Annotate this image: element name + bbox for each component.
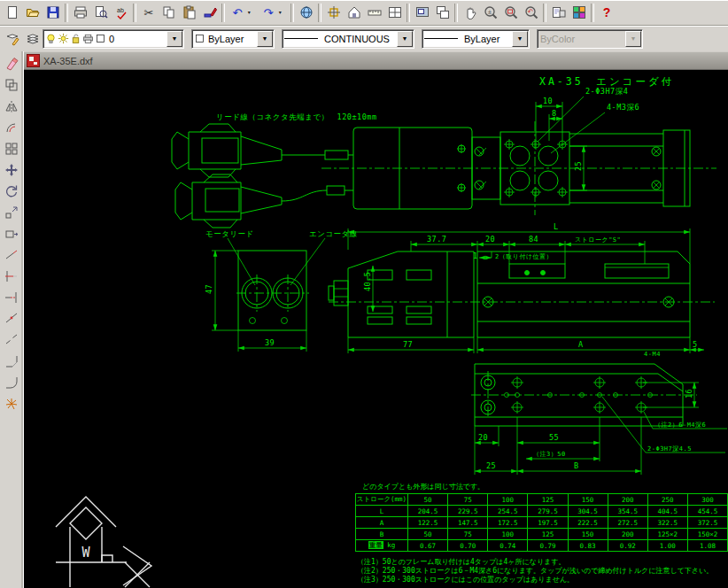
break-button[interactable] [2,329,22,350]
match-properties-icon [203,5,217,19]
table-value: 404.5 [647,506,687,517]
table-value: 254.5 [488,506,528,517]
dim-8: 8 [552,109,557,118]
chamfer-button[interactable] [2,351,22,371]
stroke-spec-table: ストローク(mm)5075100125150200250300L204.5229… [355,493,728,552]
layer-color-swatch [95,33,106,44]
linetype-combo-value: CONTINUOUS [321,34,396,44]
lengthen-button[interactable] [2,244,22,265]
help-button[interactable]: ? [596,3,616,23]
cut-button[interactable]: ✂ [138,3,159,23]
layer-lock-icon [70,33,81,44]
aerial-view-button[interactable] [412,3,432,23]
erase-button[interactable] [2,53,22,74]
toolbar-separator [65,4,68,22]
named-views-button[interactable] [344,3,364,23]
save-button[interactable] [43,3,63,23]
lineweight-combo-arrow-icon[interactable]: ▼ [512,31,528,47]
table-value: 0.70 [448,540,488,552]
make-object-layer-current-button[interactable] [2,28,22,49]
drawing-canvas[interactable]: XA-35 エンコーダ付 リード線（コネクタ先端まで） 120±10mm モータ… [24,70,728,588]
distance-button[interactable] [364,3,384,23]
paste-button[interactable] [179,3,199,23]
offset-button[interactable] [2,117,22,137]
match-properties-button[interactable] [199,3,220,23]
break-at-point-button[interactable] [2,308,22,329]
object-snap-button[interactable] [323,3,344,23]
new-button[interactable] [2,3,22,23]
dim-39: 39 [265,338,275,347]
linetype-combo[interactable]: CONTINUOUS ▼ [282,29,414,49]
properties-button[interactable] [548,3,569,23]
lineweight-combo-value: ByLayer [461,34,511,44]
fillet-button[interactable] [2,372,22,392]
zoom-previous-button[interactable]: ↶ [521,3,541,23]
dim-10: 10 [543,97,553,105]
toolbar-separator [221,4,225,22]
viewports-button[interactable] [384,3,405,23]
help-icon: ? [600,5,614,19]
zoom-window-icon [504,5,518,19]
toolbar-separator [407,4,410,22]
explode-button[interactable] [2,393,22,414]
zoom-window-button[interactable] [500,3,521,23]
table-value: 150×2 [687,529,727,540]
svg-text:±: ± [487,8,492,16]
table-value: 197.5 [528,517,568,529]
table-value: 1.08 [687,540,727,552]
insert-hyperlink-button[interactable] [296,3,316,23]
table-value: 125×2 [647,529,687,540]
dim-1: 1 [473,251,478,260]
array-button[interactable] [2,138,22,159]
document-titlebar[interactable]: XA-35E.dxf [24,51,728,70]
dim-A: A [578,340,584,349]
table-value: 454.5 [687,506,727,517]
layer-combo[interactable]: 0 ▼ [43,29,184,49]
designcenter-button[interactable] [569,3,589,23]
zoom-realtime-button[interactable]: ± [480,3,500,23]
make-object-layer-current-icon [5,32,19,46]
table-value: 122.5 [408,517,448,529]
move-button[interactable] [2,159,22,180]
color-combo[interactable]: ByLayer ▼ [191,29,275,49]
layer-combo-value: 0 [106,34,166,44]
table-value: 222.5 [568,517,608,529]
extend-button[interactable] [2,287,22,307]
copy-object-button[interactable] [2,74,22,95]
layers-button[interactable] [22,28,43,49]
stroke-col-header: 50 [408,494,448,506]
rotate-button[interactable] [2,181,22,201]
table-value: 354.5 [608,506,647,517]
stretch-button[interactable] [2,223,22,244]
print-preview-button[interactable] [90,3,111,23]
layout-viewports-button[interactable] [432,3,453,23]
zoom-previous-icon: ↶ [524,5,538,19]
copy-button[interactable] [159,3,179,23]
trim-button[interactable] [2,266,22,286]
note-3: （注3）250・300ストロークにはこの位置のタップはありません。 [357,576,713,584]
table-value: 150 [568,529,608,540]
mirror-button[interactable] [2,96,22,116]
callout-note2-m4: （注2）6-M4深6 [654,421,706,429]
scale-button[interactable] [2,202,22,222]
dim-40-5: 40.5 [363,272,372,291]
callout-mount: 2（取り付け位置） [495,253,553,260]
toolbar-separator [543,4,546,22]
linetype-combo-arrow-icon[interactable]: ▼ [397,31,413,47]
stroke-col-header: 150 [568,494,608,506]
print-button[interactable] [70,3,90,23]
undo-dropdown-button[interactable]: ▾ [247,3,258,23]
pan-realtime-button[interactable] [460,3,480,23]
redo-button[interactable]: ↷ [258,3,278,23]
table-value: 0.92 [608,540,647,552]
table-value: 0.74 [488,540,528,552]
dim-25: 25 [574,161,583,171]
redo-dropdown-button[interactable]: ▾ [278,3,289,23]
color-combo-arrow-icon[interactable]: ▼ [257,31,273,47]
open-button[interactable] [22,3,43,23]
lineweight-combo[interactable]: ByLayer ▼ [422,29,530,49]
spelling-button[interactable]: ab [111,3,131,23]
undo-button[interactable]: ↶ [227,3,247,23]
layer-combo-arrow-icon[interactable]: ▼ [167,31,182,47]
move-icon [4,163,19,177]
